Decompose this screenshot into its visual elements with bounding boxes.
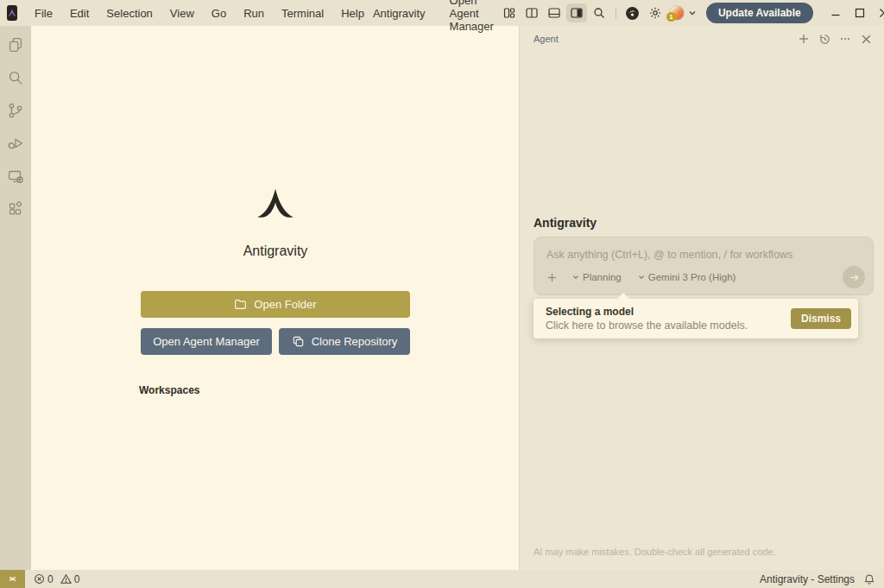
explorer-icon[interactable]: [5, 35, 26, 55]
agent-tab[interactable]: Agent: [534, 34, 559, 44]
add-context-button[interactable]: [546, 272, 558, 283]
arrow-right-icon: [849, 272, 860, 283]
agent-panel-heading: Antigravity: [534, 216, 597, 230]
open-folder-button[interactable]: Open Folder: [141, 291, 410, 318]
update-available-button[interactable]: Update Available: [706, 3, 813, 23]
model-dropdown[interactable]: Gemini 3 Pro (High): [637, 272, 736, 282]
window-title: Antigravity: [373, 7, 426, 20]
agent-input-toolbar: Planning Gemini 3 Pro (High): [534, 266, 873, 288]
model-selection-tooltip: Selecting a model Click here to browse t…: [534, 299, 858, 338]
planning-label: Planning: [583, 272, 622, 282]
tooltip-caret: [616, 293, 630, 300]
chevron-down-icon: [687, 8, 698, 18]
dismiss-button[interactable]: Dismiss: [791, 308, 851, 329]
welcome-button-row: Open Agent Manager Clone Repository: [141, 328, 410, 355]
menu-item-view[interactable]: View: [161, 3, 203, 23]
model-label: Gemini 3 Pro (High): [648, 272, 736, 282]
tooltip-texts: Selecting a model Click here to browse t…: [546, 306, 748, 332]
menu-item-selection[interactable]: Selection: [98, 3, 161, 23]
activity-bar: [0, 26, 31, 570]
close-panel-icon[interactable]: [858, 31, 874, 47]
history-icon[interactable]: [817, 31, 832, 47]
search-icon[interactable]: [589, 3, 609, 22]
run-debug-icon[interactable]: [5, 133, 26, 154]
warning-count: 0: [74, 573, 80, 585]
more-actions-icon[interactable]: [837, 31, 853, 47]
toggle-panel-icon[interactable]: [544, 3, 565, 22]
open-folder-label: Open Folder: [254, 298, 316, 311]
titlebar-divider: [616, 7, 616, 19]
agent-panel-header-icons: [796, 31, 874, 47]
agent-input[interactable]: [534, 237, 873, 261]
new-conversation-icon[interactable]: [796, 31, 811, 47]
send-button[interactable]: [843, 266, 865, 288]
extensions-icon[interactable]: [5, 199, 26, 219]
close-button[interactable]: [872, 0, 884, 26]
error-count: 0: [47, 573, 54, 585]
open-agent-manager-button[interactable]: Open Agent Manager: [141, 328, 272, 355]
customize-layout-icon[interactable]: [499, 3, 520, 22]
remote-explorer-icon[interactable]: [5, 166, 26, 187]
menu-item-go[interactable]: Go: [203, 3, 235, 23]
status-bar: 0 0 Antigravity - Settings: [0, 570, 884, 588]
agent-globe-icon[interactable]: [622, 3, 643, 22]
minimize-button[interactable]: [824, 0, 848, 26]
notifications-bell-icon[interactable]: [863, 573, 875, 585]
menu-item-help[interactable]: Help: [332, 3, 373, 23]
antigravity-logo-icon: [141, 186, 410, 224]
menu-item-file[interactable]: File: [26, 3, 61, 23]
tooltip-body: Click here to browse the available model…: [546, 319, 748, 332]
tooltip-title: Selecting a model: [546, 306, 748, 318]
menu-item-edit[interactable]: Edit: [61, 3, 98, 23]
source-control-icon[interactable]: [5, 100, 26, 121]
open-agent-manager-label: Open Agent Manager: [153, 335, 260, 348]
split-editor-icon[interactable]: [521, 3, 542, 22]
remote-indicator[interactable]: [0, 570, 25, 588]
agent-side-panel: Agent Antigravity: [519, 26, 884, 570]
window-controls: [824, 0, 884, 26]
chevron-down-icon: [571, 273, 580, 281]
app-logo-icon: [7, 5, 17, 21]
settings-gear-icon[interactable]: [645, 3, 666, 22]
chevron-down-icon: [637, 273, 646, 281]
search-icon[interactable]: [5, 67, 26, 88]
titlebar-icons: 1: [499, 3, 698, 22]
menu-item-run[interactable]: Run: [235, 3, 273, 23]
toggle-secondary-sidebar-icon[interactable]: [566, 3, 587, 22]
editor-welcome-area: Antigravity Open Folder Open Agent Manag…: [31, 26, 519, 570]
agent-panel-header: Agent: [520, 26, 884, 52]
plus-icon: [546, 272, 558, 283]
folder-icon: [234, 298, 247, 311]
antigravity-settings-item[interactable]: Antigravity - Settings: [760, 573, 855, 585]
title-bar: File Edit Selection View Go Run Terminal…: [0, 0, 884, 26]
clone-repository-label: Clone Repository: [312, 335, 398, 348]
clone-repository-button[interactable]: Clone Repository: [279, 328, 410, 355]
account-badge: 1: [666, 12, 676, 22]
ai-disclaimer: AI may make mistakes. Double-check all g…: [534, 547, 776, 557]
account-menu[interactable]: 1: [669, 5, 698, 21]
warning-icon: [60, 573, 72, 585]
workspaces-heading: Workspaces: [139, 384, 199, 396]
error-icon: [34, 573, 45, 585]
planning-mode-dropdown[interactable]: Planning: [571, 272, 622, 282]
menu-bar: File Edit Selection View Go Run Terminal…: [26, 3, 373, 23]
agent-input-card[interactable]: Planning Gemini 3 Pro (High): [534, 237, 874, 295]
welcome-app-title: Antigravity: [141, 243, 410, 259]
account-avatar[interactable]: 1: [669, 5, 685, 21]
statusbar-right: Antigravity - Settings: [760, 573, 875, 585]
problems-indicator[interactable]: 0 0: [34, 573, 79, 585]
menu-item-terminal[interactable]: Terminal: [273, 3, 332, 23]
command-center[interactable]: Open Agent Manager: [450, 0, 494, 33]
clone-icon: [292, 335, 305, 348]
maximize-button[interactable]: [848, 0, 872, 26]
